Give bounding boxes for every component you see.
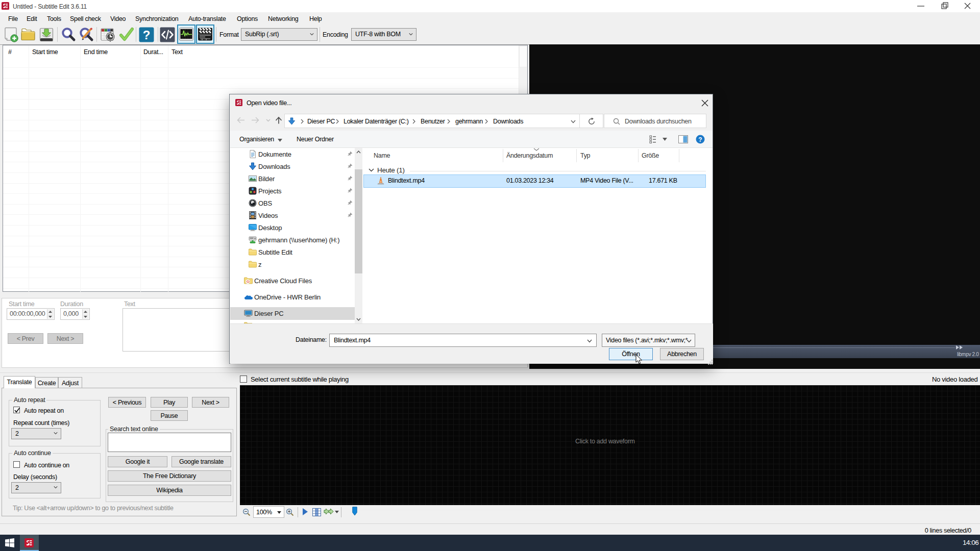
svg-text:?: ? bbox=[143, 28, 151, 42]
svg-text:?: ? bbox=[698, 136, 702, 143]
